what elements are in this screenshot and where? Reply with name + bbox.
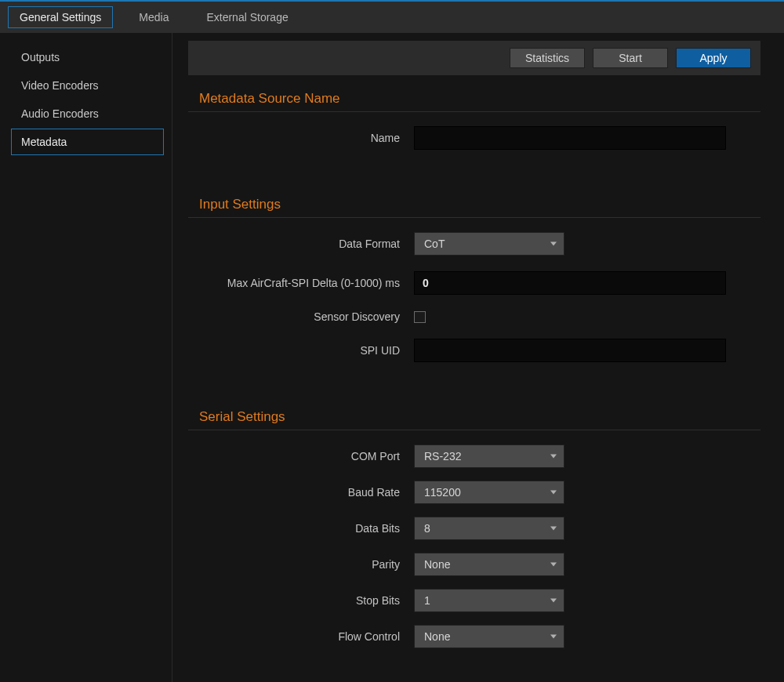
label-stop-bits: Stop Bits [188, 594, 414, 607]
data-bits-select[interactable]: 8 [414, 517, 564, 540]
sidebar-item-metadata[interactable]: Metadata [11, 129, 164, 155]
top-tab-strip: General Settings Media External Storage [0, 2, 784, 33]
label-sensor-discovery: Sensor Discovery [188, 310, 414, 323]
tab-external-storage[interactable]: External Storage [194, 6, 299, 28]
section-separator [188, 217, 760, 218]
label-flow-control: Flow Control [188, 630, 414, 643]
section-title-input-settings: Input Settings [199, 197, 760, 212]
baud-rate-select[interactable]: 115200 [414, 481, 564, 504]
stop-bits-select[interactable]: 1 [414, 589, 564, 612]
label-max-delta: Max AirCraft-SPI Delta (0-1000) ms [188, 277, 414, 289]
max-delta-input[interactable] [414, 271, 726, 295]
label-baud-rate: Baud Rate [188, 486, 414, 499]
com-port-select[interactable]: RS-232 [414, 444, 564, 468]
sensor-discovery-checkbox[interactable] [414, 311, 426, 323]
label-name: Name [188, 132, 414, 144]
label-parity: Parity [188, 558, 414, 571]
tab-general-settings[interactable]: General Settings [8, 6, 113, 28]
statistics-button[interactable]: Statistics [510, 48, 585, 68]
apply-button[interactable]: Apply [676, 48, 751, 68]
tab-media[interactable]: Media [127, 6, 180, 28]
action-bar: Statistics Start Apply [188, 41, 760, 75]
sidebar: Outputs Video Encoders Audio Encoders Me… [0, 33, 172, 682]
section-separator [188, 430, 760, 430]
parity-select[interactable]: None [414, 553, 564, 576]
label-data-bits: Data Bits [188, 522, 414, 535]
label-com-port: COM Port [188, 450, 414, 463]
start-button[interactable]: Start [593, 48, 668, 68]
name-input[interactable] [414, 126, 726, 150]
label-data-format: Data Format [188, 238, 414, 250]
section-title-serial-settings: Serial Settings [199, 409, 760, 425]
sidebar-item-audio-encoders[interactable]: Audio Encoders [11, 100, 164, 127]
section-separator [188, 111, 760, 112]
sidebar-item-video-encoders[interactable]: Video Encoders [11, 72, 164, 99]
flow-control-select[interactable]: None [414, 625, 564, 648]
section-title-metadata-source: Metadata Source Name [199, 91, 760, 107]
sidebar-item-outputs[interactable]: Outputs [11, 44, 164, 71]
content-pane: Statistics Start Apply Metadata Source N… [172, 33, 784, 682]
spi-uid-input[interactable] [414, 339, 726, 362]
data-format-select[interactable]: CoT [414, 232, 564, 256]
label-spi-uid: SPI UID [188, 344, 414, 357]
